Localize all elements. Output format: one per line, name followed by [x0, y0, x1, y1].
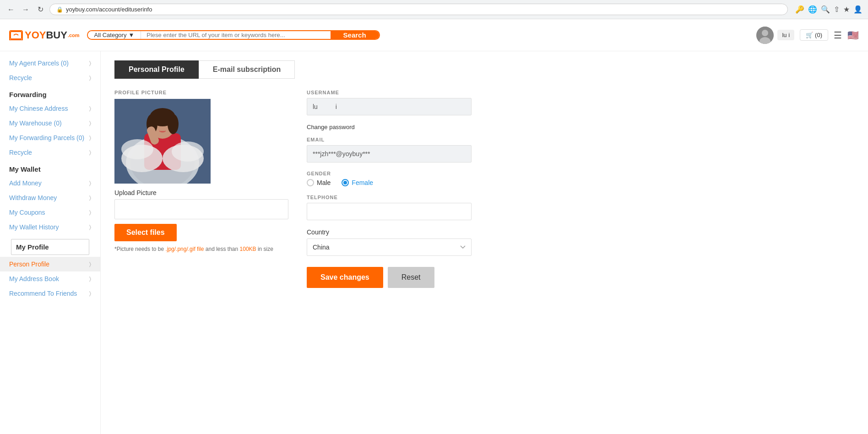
chevron-right-icon: 〉 [89, 105, 91, 112]
gender-male-option[interactable]: Male [307, 179, 331, 186]
upload-hint: *Picture needs to be .jpg/.png/.gif file… [114, 246, 288, 252]
sidebar-item-withdraw-money[interactable]: Withdraw Money 〉 [0, 190, 100, 205]
tab-email-subscription[interactable]: E-mail subscription [199, 60, 295, 79]
category-dropdown[interactable]: All Category ▼ [88, 31, 141, 39]
female-radio[interactable] [342, 179, 349, 186]
cart-count: (0) [815, 32, 822, 38]
sidebar: My Agent Parcels (0) 〉 Recycle 〉 Forward… [0, 51, 101, 434]
upload-file-input[interactable] [114, 199, 288, 219]
gender-group: GENDER Male Female [307, 171, 472, 186]
male-label: Male [317, 179, 331, 186]
share-icon[interactable]: ⇧ [834, 5, 840, 14]
female-label: Female [352, 179, 373, 186]
email-group: EMAIL [307, 137, 472, 163]
gender-label: GENDER [307, 171, 472, 176]
email-label: EMAIL [307, 137, 472, 142]
address-bar[interactable]: 🔒 yoybuy.com/account/edituserinfo [49, 4, 788, 15]
username-header: lu i [777, 30, 794, 40]
upload-label: Upload Picture [114, 189, 288, 196]
chevron-down-icon: ▼ [128, 32, 134, 38]
chevron-right-icon: 〉 [89, 135, 91, 141]
sidebar-item-address-book[interactable]: My Address Book 〉 [0, 271, 100, 286]
logo-com-text: .com [68, 33, 80, 38]
search-container: All Category ▼ Search [87, 30, 380, 40]
sidebar-item-warehouse[interactable]: My Warehouse (0) 〉 [0, 116, 100, 130]
telephone-input[interactable] [307, 203, 472, 220]
translate-icon[interactable]: 🌐 [808, 5, 817, 14]
search-input[interactable] [141, 31, 330, 39]
svg-point-15 [168, 114, 179, 134]
gender-options: Male Female [307, 179, 472, 186]
bookmark-icon[interactable]: ★ [843, 5, 850, 14]
profile-picture-img [114, 99, 211, 184]
chevron-right-icon: 〉 [89, 224, 91, 230]
sidebar-item-add-money[interactable]: Add Money 〉 [0, 176, 100, 190]
zoom-icon[interactable]: 🔍 [821, 5, 830, 14]
menu-icon[interactable]: ☰ [834, 30, 842, 41]
sidebar-item-recommend-friends[interactable]: Recommend To Friends 〉 [0, 286, 100, 301]
profile-form: PROFILE PICTURE [114, 90, 854, 288]
sidebar-item-forwarding-parcels[interactable]: My Forwarding Parcels (0) 〉 [0, 130, 100, 145]
forward-button[interactable]: → [20, 4, 31, 15]
profile-right: USERNAME Change password EMAIL GENDER Ma… [307, 90, 472, 288]
my-profile-section-title: My Profile [11, 239, 89, 255]
form-actions: Save changes Reset [307, 267, 472, 288]
browser-actions: 🔑 🌐 🔍 ⇧ ★ 👤 [795, 5, 863, 14]
telephone-group: TELPHONE [307, 195, 472, 220]
url-text: yoybuy.com/account/edituserinfo [66, 6, 152, 13]
sidebar-item-coupons[interactable]: My Coupons 〉 [0, 205, 100, 220]
save-changes-button[interactable]: Save changes [307, 267, 383, 288]
sidebar-item-recycle-2[interactable]: Recycle 〉 [0, 145, 100, 160]
sidebar-item-person-profile[interactable]: Person Profile 〉 [0, 257, 100, 271]
sidebar-item-agent-parcels[interactable]: My Agent Parcels (0) 〉 [0, 56, 100, 71]
sidebar-item-wallet-history[interactable]: My Wallet History 〉 [0, 220, 100, 234]
flag-icon[interactable]: 🇺🇸 [847, 30, 859, 41]
tab-personal-profile[interactable]: Personal Profile [114, 60, 199, 79]
username-group: USERNAME [307, 90, 472, 115]
username-input[interactable] [307, 98, 472, 115]
svg-point-10 [121, 139, 153, 159]
cart-icon: 🛒 [806, 32, 813, 38]
country-select[interactable]: China United States United Kingdom [307, 239, 472, 256]
browser-chrome: ← → ↻ 🔒 yoybuy.com/account/edituserinfo … [0, 0, 868, 19]
wallet-title: My Wallet [0, 160, 100, 176]
chevron-right-icon: 〉 [89, 149, 91, 156]
sidebar-item-chinese-address[interactable]: My Chinese Address 〉 [0, 101, 100, 116]
logo[interactable]: YOYBUY.com [9, 29, 80, 41]
gender-female-option[interactable]: Female [342, 179, 373, 186]
svg-point-2 [762, 30, 768, 36]
email-input[interactable] [307, 145, 472, 163]
country-group: Country China United States United Kingd… [307, 228, 472, 256]
site-header: YOYBUY.com All Category ▼ Search lu i 🛒 [0, 19, 868, 51]
search-button[interactable]: Search [331, 31, 379, 39]
avatar-container[interactable]: lu i [756, 27, 794, 44]
sidebar-item-recycle-1[interactable]: Recycle 〉 [0, 71, 100, 85]
select-files-button[interactable]: Select files [114, 224, 177, 241]
cart-button[interactable]: 🛒 (0) [800, 29, 828, 41]
back-button[interactable]: ← [5, 4, 16, 15]
male-radio[interactable] [307, 179, 314, 186]
category-label: All Category [94, 32, 127, 38]
reset-button[interactable]: Reset [388, 267, 434, 288]
logo-buy-text: BUY [46, 29, 67, 41]
chevron-right-icon: 〉 [89, 261, 91, 267]
key-icon[interactable]: 🔑 [795, 5, 804, 14]
chevron-right-icon: 〉 [89, 209, 91, 216]
user-icon[interactable]: 👤 [853, 5, 863, 14]
avatar [756, 27, 774, 44]
chevron-right-icon: 〉 [89, 60, 91, 66]
profile-left: PROFILE PICTURE [114, 90, 288, 288]
refresh-button[interactable]: ↻ [35, 4, 46, 15]
change-password-link[interactable]: Change password [307, 124, 472, 130]
profile-tabs: Personal Profile E-mail subscription [114, 60, 854, 79]
main-content: Personal Profile E-mail subscription PRO… [101, 51, 868, 434]
main-layout: My Agent Parcels (0) 〉 Recycle 〉 Forward… [0, 51, 868, 434]
profile-picture-label: PROFILE PICTURE [114, 90, 288, 95]
radio-inner-dot [343, 181, 347, 184]
svg-point-11 [172, 141, 204, 162]
forwarding-title: Forwarding [0, 85, 100, 101]
username-label: USERNAME [307, 90, 472, 95]
logo-yoy-text: YOY [25, 29, 46, 41]
lock-icon: 🔒 [56, 6, 63, 13]
chevron-right-icon: 〉 [89, 75, 91, 81]
